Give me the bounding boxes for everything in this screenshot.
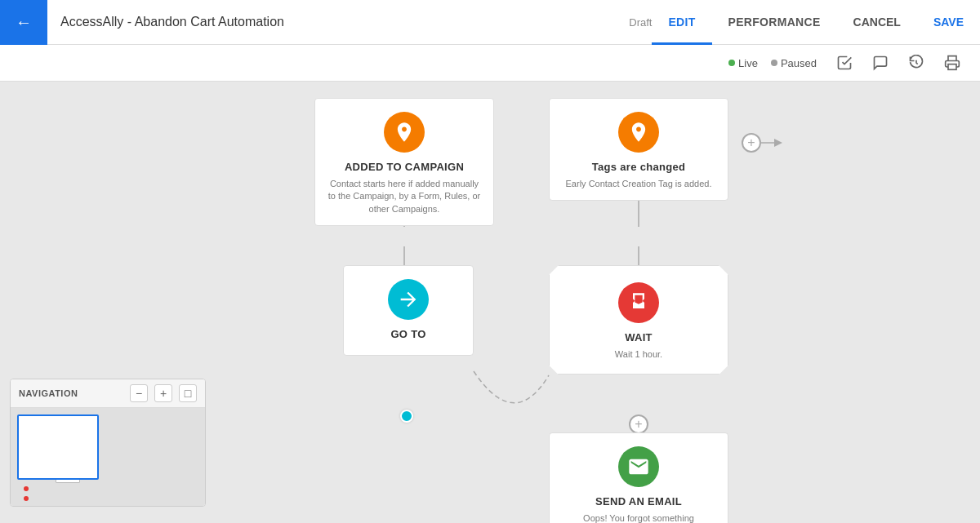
nav-dot-1 [24, 486, 29, 491]
back-button[interactable]: ← [0, 0, 47, 45]
plus-below-wait[interactable]: + [629, 414, 648, 434]
canvas: ADDED TO CAMPAIGN Contact starts here if… [0, 82, 980, 523]
goto-title: GO TO [354, 328, 463, 340]
send-email-desc: Oops! You forgot something [559, 512, 718, 523]
send-email-icon [618, 446, 659, 487]
live-status: Live [728, 57, 758, 69]
nav-viewport [17, 414, 99, 480]
node-wait[interactable]: WAIT Wait 1 hour. [549, 265, 728, 375]
node-goto[interactable]: GO TO [343, 265, 474, 356]
node-tags-changed[interactable]: Tags are changed Early Contact Creation … [549, 98, 728, 201]
tags-changed-icon [618, 112, 659, 153]
print-icon[interactable] [938, 48, 967, 78]
nav-save[interactable]: SAVE [917, 0, 980, 45]
goto-icon [388, 279, 429, 320]
send-email-title: SEND AN EMAIL [559, 495, 718, 507]
node-send-email[interactable]: SEND AN EMAIL Oops! You forgot something [549, 432, 728, 523]
tags-changed-title: Tags are changed [559, 161, 718, 173]
nav-panel-title: NAVIGATION [19, 388, 123, 398]
sub-header: Live Paused [0, 45, 980, 82]
nav-panel-header: NAVIGATION − + □ [11, 379, 205, 408]
nav-edit[interactable]: EDIT [652, 0, 711, 45]
plus-right-tags[interactable]: + [742, 133, 761, 153]
checklist-icon[interactable] [830, 48, 859, 78]
header: ← AccessAlly - Abandon Cart Automation D… [0, 0, 980, 45]
nav-zoom-out[interactable]: − [130, 384, 148, 402]
added-campaign-icon [384, 112, 425, 153]
draft-badge: Draft [629, 16, 652, 29]
goto-bottom-dot [400, 410, 413, 423]
svg-rect-0 [948, 64, 956, 70]
comment-icon[interactable] [866, 48, 895, 78]
nav-panel-body[interactable] [11, 408, 205, 506]
header-nav: EDIT PERFORMANCE CANCEL SAVE [652, 0, 980, 45]
added-campaign-title: ADDED TO CAMPAIGN [325, 161, 483, 173]
wait-icon [618, 282, 659, 323]
svg-marker-8 [774, 139, 782, 147]
nav-panel: NAVIGATION − + □ [10, 379, 206, 507]
nav-dot-2 [24, 496, 29, 501]
nav-zoom-in[interactable]: + [154, 384, 172, 402]
node-added-campaign[interactable]: ADDED TO CAMPAIGN Contact starts here if… [314, 98, 494, 226]
nav-fit[interactable]: □ [179, 384, 197, 402]
wait-title: WAIT [563, 331, 715, 343]
added-campaign-desc: Contact starts here if added manually to… [325, 178, 483, 215]
tags-changed-desc: Early Contact Creation Tag is added. [559, 178, 718, 190]
paused-status: Paused [771, 57, 817, 69]
nav-cancel[interactable]: CANCEL [837, 0, 917, 45]
live-dot [728, 60, 735, 66]
nav-performance[interactable]: PERFORMANCE [712, 0, 837, 45]
wait-desc: Wait 1 hour. [563, 348, 715, 361]
paused-dot [771, 60, 777, 66]
history-icon[interactable] [902, 48, 931, 78]
app-title: AccessAlly - Abandon Cart Automation [60, 15, 619, 29]
